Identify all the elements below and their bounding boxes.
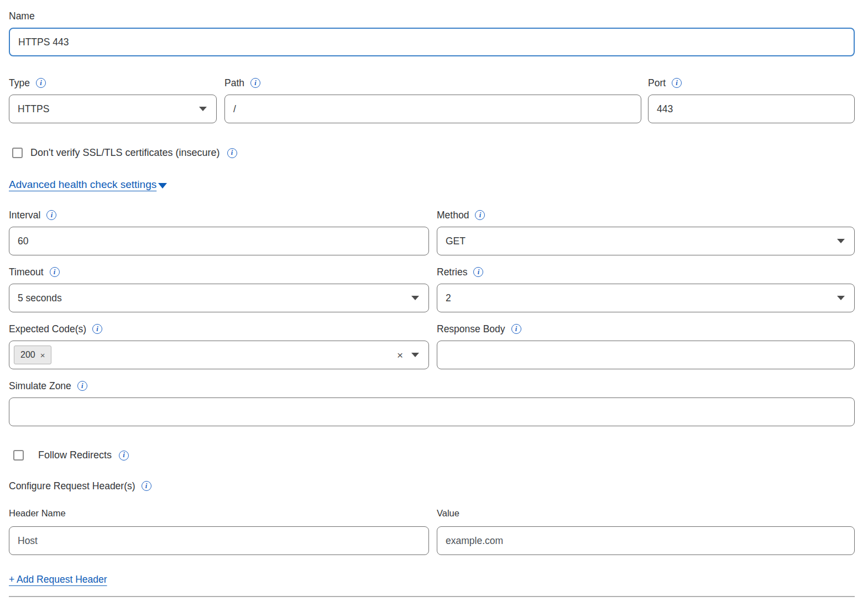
simulate-zone-info-icon[interactable]: i bbox=[77, 381, 87, 391]
method-select[interactable]: GET bbox=[437, 227, 855, 255]
header-name-input[interactable] bbox=[9, 526, 429, 555]
chevron-down-icon bbox=[411, 296, 419, 300]
add-request-header-link[interactable]: + Add Request Header bbox=[9, 574, 107, 585]
method-label: Method bbox=[437, 210, 469, 221]
timeout-select[interactable]: 5 seconds bbox=[9, 284, 429, 312]
clear-all-icon[interactable]: × bbox=[397, 350, 403, 360]
chevron-down-icon bbox=[837, 239, 845, 243]
port-info-icon[interactable]: i bbox=[672, 78, 682, 88]
path-input[interactable] bbox=[224, 95, 641, 123]
retries-select-value: 2 bbox=[446, 292, 451, 304]
path-info-icon[interactable]: i bbox=[250, 78, 260, 88]
tag-remove-icon[interactable]: × bbox=[40, 351, 45, 359]
chevron-down-icon bbox=[199, 107, 207, 111]
follow-redirects-label: Follow Redirects bbox=[38, 449, 112, 461]
expected-codes-label: Expected Code(s) bbox=[9, 323, 86, 335]
interval-input[interactable] bbox=[9, 227, 429, 255]
expected-code-tag-value: 200 bbox=[20, 350, 35, 360]
type-select-value: HTTPS bbox=[18, 103, 49, 115]
type-label: Type bbox=[9, 77, 30, 89]
simulate-zone-input[interactable] bbox=[9, 397, 855, 426]
port-input[interactable] bbox=[648, 95, 855, 123]
response-body-input[interactable] bbox=[437, 341, 855, 369]
retries-label: Retries bbox=[437, 266, 467, 278]
name-input[interactable] bbox=[9, 28, 855, 56]
header-value-column-label: Value bbox=[437, 508, 459, 519]
timeout-select-value: 5 seconds bbox=[18, 292, 62, 304]
path-label: Path bbox=[224, 77, 244, 89]
port-label: Port bbox=[648, 77, 666, 89]
expected-codes-info-icon[interactable]: i bbox=[92, 324, 102, 334]
retries-info-icon[interactable]: i bbox=[473, 267, 483, 277]
health-check-form: Name Type i HTTPS Path i Port i bbox=[9, 0, 855, 597]
type-select[interactable]: HTTPS bbox=[9, 95, 217, 123]
ssl-verify-label: Don't verify SSL/TLS certificates (insec… bbox=[30, 147, 220, 159]
request-headers-info-icon[interactable]: i bbox=[142, 481, 151, 491]
follow-redirects-info-icon[interactable]: i bbox=[119, 451, 129, 461]
response-body-label: Response Body bbox=[437, 323, 505, 335]
interval-info-icon[interactable]: i bbox=[46, 210, 56, 220]
ssl-verify-checkbox[interactable] bbox=[12, 148, 23, 158]
advanced-settings-label: Advanced health check settings bbox=[9, 179, 156, 191]
simulate-zone-label: Simulate Zone bbox=[9, 380, 71, 392]
expected-code-tag: 200 × bbox=[14, 346, 51, 364]
header-name-column-label: Header Name bbox=[9, 508, 66, 519]
type-info-icon[interactable]: i bbox=[36, 78, 46, 88]
timeout-label: Timeout bbox=[9, 266, 44, 278]
advanced-settings-toggle[interactable]: Advanced health check settings bbox=[9, 179, 167, 191]
section-divider bbox=[9, 596, 855, 597]
retries-select[interactable]: 2 bbox=[437, 284, 855, 312]
name-label: Name bbox=[9, 11, 35, 22]
follow-redirects-checkbox[interactable] bbox=[13, 450, 24, 461]
triangle-down-icon bbox=[158, 183, 167, 189]
chevron-down-icon bbox=[837, 296, 845, 300]
timeout-info-icon[interactable]: i bbox=[50, 267, 60, 277]
response-body-info-icon[interactable]: i bbox=[511, 324, 521, 334]
chevron-down-icon bbox=[411, 353, 419, 357]
header-value-input[interactable] bbox=[437, 526, 855, 555]
interval-label: Interval bbox=[9, 210, 40, 221]
method-select-value: GET bbox=[446, 236, 466, 247]
method-info-icon[interactable]: i bbox=[475, 210, 485, 220]
expected-codes-multiselect[interactable]: 200 × × bbox=[9, 341, 429, 369]
ssl-verify-info-icon[interactable]: i bbox=[227, 148, 237, 158]
request-headers-section-label: Configure Request Header(s) bbox=[9, 480, 135, 492]
